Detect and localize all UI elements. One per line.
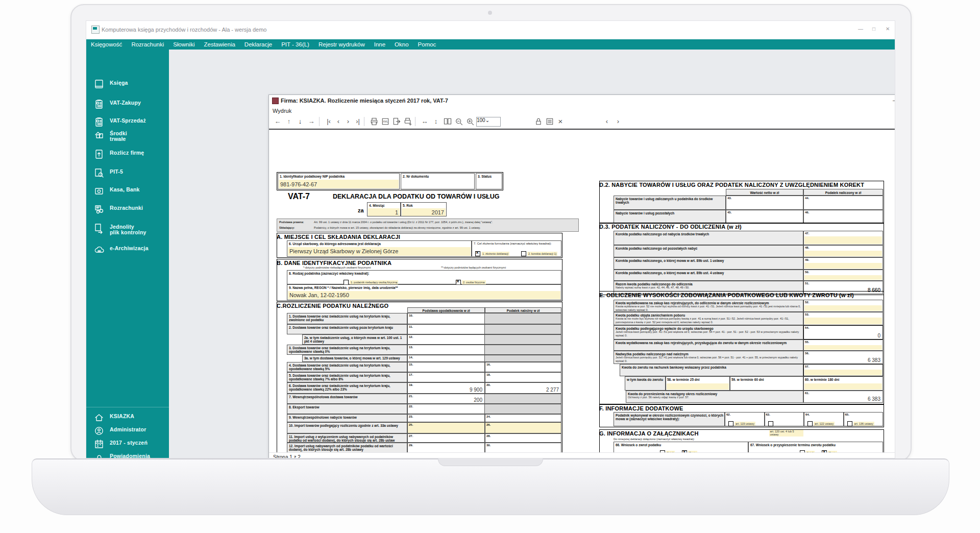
sidebar-item-label: Rozlicz firmę (110, 150, 144, 156)
print-icon[interactable] (369, 116, 379, 127)
cell-bg (804, 236, 882, 244)
cell-bg (804, 263, 882, 269)
sidebar-item-e-archiwizacja[interactable]: e-Archiwizacja (86, 244, 169, 259)
nav-down-icon[interactable]: ↓ (296, 116, 305, 127)
calendar-icon (93, 439, 105, 450)
page-next-icon[interactable]: › (344, 116, 353, 127)
thumbnails-icon[interactable] (545, 116, 555, 127)
sidebar-item-pit-5[interactable]: PIT-5 (86, 167, 169, 183)
field-number: 27. (409, 434, 413, 438)
fit-width-icon[interactable]: ↔ (420, 116, 429, 127)
sidebar-item-vat-zakupy[interactable]: VAT-Zakupy (86, 99, 169, 114)
field-7-label: 7. Cel złożenia formularza (zaznaczyć wł… (474, 242, 552, 245)
status-box: 3. Status (476, 173, 502, 189)
form-title: DEKLARACJA DLA PODATKU OD TOWARÓW I USŁU… (333, 193, 499, 200)
preview-window-title: Firma: KSIAZKA. Rozliczenie miesiąca sty… (281, 98, 448, 104)
print-settings-icon[interactable] (403, 116, 413, 127)
month-value: 1 (395, 209, 398, 215)
f-checkbox-cell: 63.art. 120 ust. 4 lub 5 ustawy (765, 412, 804, 426)
zoom-out-icon[interactable] (454, 116, 464, 127)
field-number: 26. (486, 423, 491, 426)
cell-bg (804, 305, 882, 311)
c-row-label: 3a. w tym dostawa towarów, o której mowa… (302, 355, 407, 362)
d3-row-cell: 48. (803, 245, 883, 257)
form-page-2: D.2. NABYCIE TOWARÓW I USŁUG ORAZ PODATE… (598, 169, 895, 453)
field-label: Kwota podatku objęta zaniechaniem poboru… (616, 313, 802, 324)
sidebar-item--rodki-trwa-e[interactable]: Środkitrwałe (86, 129, 169, 144)
field-label: Korekta podatku naliczonego od pozostały… (616, 247, 802, 250)
checkbox-empty (847, 421, 852, 426)
sidebar-item-label: Administrator (110, 427, 146, 432)
menu-item-1[interactable]: Rozrachunki (127, 40, 168, 47)
jpk-icon (93, 223, 105, 234)
prev-icon[interactable]: ‹ (602, 116, 611, 127)
c-row-label: 8. Eksport towarów (287, 404, 407, 414)
sidebar-item-rozlicz-firm-[interactable]: Rozlicz firmę (86, 149, 169, 164)
export-icon[interactable] (391, 116, 402, 127)
c-row-label: 2. Dostawa towarów oraz świadczenie usłu… (287, 324, 407, 334)
app-maximize-button[interactable]: □ (872, 26, 875, 32)
d2-cell2: 44. (803, 196, 883, 210)
page-first-icon[interactable]: |‹ (324, 116, 333, 127)
sidebar-context-powiadomienia[interactable]: Powiadomienia (86, 452, 169, 458)
page-last-icon[interactable]: ›| (353, 116, 362, 127)
fit-height-icon[interactable]: ↕ (431, 116, 440, 127)
menu-item-2[interactable]: Słowniki (168, 40, 199, 47)
d3-row-cell: 47. (803, 231, 883, 245)
sidebar-item-jednolity-plik-kontrolny[interactable]: Jednolityplik kontrolny (86, 223, 169, 238)
page-prev-icon[interactable]: ‹ (334, 116, 343, 127)
nav-right-icon[interactable]: → (307, 116, 316, 127)
sidebar-item-label: Księga (110, 80, 128, 86)
lock-icon[interactable] (533, 116, 544, 127)
two-pages-icon[interactable] (443, 116, 453, 127)
c-row-cell2: 16. (485, 362, 561, 372)
zoom-level-value: 100 (477, 117, 485, 123)
menu-item-9[interactable]: Pomoc (413, 40, 441, 47)
menu-item-wydruk[interactable]: Wydruk (273, 108, 291, 114)
checkbox-label: 1. podatnik niebędący osobą fizyczną (350, 280, 398, 284)
field-number: 16. (486, 363, 491, 366)
cell-bg (804, 275, 882, 280)
menu-item-3[interactable]: Zestawienia (199, 40, 239, 47)
field-label: 11. Import usług z wyłączeniem usług nab… (289, 435, 406, 442)
menu-item-8[interactable]: Okno (390, 40, 413, 47)
print-xml-icon[interactable]: XML (380, 116, 390, 127)
zoom-in-icon[interactable] (465, 116, 475, 127)
field-8: 8. Rodzaj podatnika (zaznaczyć właściwy … (287, 270, 561, 284)
field-number: 55. (805, 341, 809, 344)
sidebar-item-rozrachunki[interactable]: Rozrachunki (86, 204, 169, 219)
menu-item-6[interactable]: Rejestr wydruków (314, 40, 370, 47)
nav-up-icon[interactable]: ↑ (284, 116, 293, 127)
nav-left-icon[interactable]: ← (273, 116, 282, 127)
app-minimize-button[interactable]: — (858, 26, 863, 32)
checkbox-empty (807, 421, 813, 426)
stage: Komputerowa księga przychodów i rozchodó… (0, 0, 980, 533)
c-row-label: 11. Import usług z wyłączeniem usług nab… (287, 433, 407, 443)
field-label: 67. Wniosek o przyspieszenie terminu zwr… (750, 443, 881, 447)
field-label: 1. Dostawa towarów oraz świadczenie usłu… (289, 314, 406, 322)
menu-item-4[interactable]: Deklaracje (240, 40, 277, 47)
app-close-button[interactable]: ✕ (886, 26, 890, 32)
c-row-cell1: 29. (407, 443, 485, 453)
menu-item-0[interactable]: Księgowość (86, 40, 127, 47)
field-label: 3. Dostawa towarów oraz świadczenie usłu… (289, 346, 406, 353)
field-label: 66. Wniosek o zwrot podatku (616, 443, 747, 447)
f-checkbox-cell: 65.art. 136 ustawy (844, 412, 884, 426)
menu-item-5[interactable]: PIT - 36(L) (277, 40, 314, 47)
c-row-cell2: 20.2 277 (485, 382, 561, 394)
sidebar-item-kasa-bank[interactable]: Kasa, Bank (86, 185, 169, 201)
field-number: 20. (486, 383, 491, 386)
close-preview-icon[interactable]: × (556, 116, 565, 127)
e-61-label: Kwota do przeniesienia na następny okres… (626, 391, 803, 403)
e-row-label: Nadwyżka podatku naliczonego nad należny… (614, 351, 803, 364)
menu-item-7[interactable]: Inne (370, 40, 390, 47)
checkbox-empty (768, 421, 773, 426)
col1-label: Podstawa opodatkowania w zł (408, 309, 484, 312)
podstawa-text: Art. 99 ust. 1 ustawy z dnia 11 marca 20… (314, 221, 493, 224)
preview-minimize-button[interactable]: — (893, 97, 895, 103)
vat-out-icon (93, 116, 105, 128)
field-number: 51. (805, 282, 809, 285)
sidebar-item-ksi-ga[interactable]: Księga (86, 79, 169, 94)
zoom-level-combo[interactable]: 100⌄ (476, 117, 501, 127)
next-icon[interactable]: › (614, 116, 623, 127)
